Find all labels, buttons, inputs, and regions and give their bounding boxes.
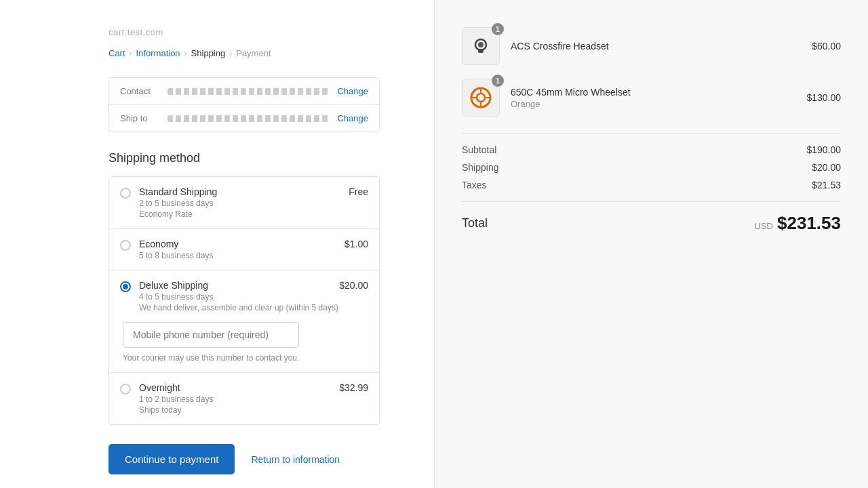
store-name: cart.test.com <box>108 27 380 37</box>
radio-overnight <box>120 384 131 394</box>
ship-to-value <box>167 115 329 122</box>
shipping-option-overnight[interactable]: Overnight1 to 2 business daysShips today… <box>109 373 379 424</box>
radio-standard <box>120 188 131 199</box>
item-badge-1: 1 <box>492 75 504 87</box>
item-variant-1: Orange <box>511 99 806 109</box>
option-name-deluxe: Deluxe Shipping <box>139 280 339 291</box>
breadcrumb-sep-3: › <box>229 49 232 58</box>
mobile-phone-input[interactable] <box>123 322 299 348</box>
ship-to-label: Ship to <box>120 113 167 123</box>
subtotal-label: Subtotal <box>462 144 496 155</box>
ship-to-row: Ship to Change <box>109 105 379 131</box>
item-price-0: $60.00 <box>812 41 841 52</box>
subtotal-row: Subtotal $190.00 <box>462 144 841 155</box>
breadcrumb-shipping: Shipping <box>191 48 226 58</box>
mobile-input-hint: Your courier may use this number to cont… <box>123 353 299 363</box>
shipping-method-title: Shipping method <box>108 151 380 165</box>
radio-circle-standard <box>120 188 131 199</box>
item-name-0: ACS Crossfire Headset <box>511 41 812 52</box>
option-top-row-standard: Standard Shipping2 to 5 business daysEco… <box>120 186 368 219</box>
option-sub2-standard: Economy Rate <box>139 209 349 219</box>
option-details-deluxe: Deluxe Shipping4 to 5 business daysWe ha… <box>139 280 339 312</box>
option-name-economy: Economy <box>139 239 344 249</box>
mobile-input-block: Your courier may use this number to cont… <box>120 322 302 363</box>
option-sub2-deluxe: We hand deliver, assemble and clear up (… <box>139 303 339 312</box>
option-details-economy: Economy5 to 8 business days <box>139 239 344 260</box>
shipping-row: Shipping $20.00 <box>462 162 841 173</box>
subtotal-value: $190.00 <box>806 144 841 155</box>
shipping-value: $20.00 <box>812 162 841 173</box>
option-price-standard: Free <box>349 186 368 197</box>
contact-info-box: Contact Change Ship to Change <box>108 77 380 132</box>
shipping-options: Standard Shipping2 to 5 business daysEco… <box>108 176 380 425</box>
option-top-row-deluxe: Deluxe Shipping4 to 5 business daysWe ha… <box>120 280 368 312</box>
total-value-wrap: USD $231.53 <box>755 213 841 234</box>
option-price-deluxe: $20.00 <box>339 280 368 291</box>
item-info-0: ACS Crossfire Headset <box>511 41 812 52</box>
cart-item-0: 1ACS Crossfire Headset$60.00 <box>462 27 841 65</box>
radio-deluxe <box>120 281 131 292</box>
breadcrumb-payment: Payment <box>236 48 271 58</box>
cart-divider-1 <box>462 133 841 134</box>
breadcrumb-information[interactable]: Information <box>136 48 180 58</box>
left-panel: cart.test.com Cart › Information › Shipp… <box>0 0 434 488</box>
radio-circle-deluxe <box>120 281 131 292</box>
option-top-row-economy: Economy5 to 8 business days$1.00 <box>120 239 368 260</box>
svg-point-4 <box>477 94 485 102</box>
total-amount: $231.53 <box>777 213 841 234</box>
item-info-1: 650C 45mm Micro WheelsetOrange <box>511 87 806 109</box>
ship-to-change[interactable]: Change <box>337 113 368 123</box>
option-sub1-economy: 5 to 8 business days <box>139 251 344 260</box>
cart-item-1: 1650C 45mm Micro WheelsetOrange$130.00 <box>462 79 841 117</box>
option-top-row-overnight: Overnight1 to 2 business daysShips today… <box>120 382 368 415</box>
shipping-option-economy[interactable]: Economy5 to 8 business days$1.00 <box>109 229 379 270</box>
option-name-overnight: Overnight <box>139 382 339 393</box>
taxes-value: $21.53 <box>812 180 841 190</box>
cart-items: 1ACS Crossfire Headset$60.00 1650C 45mm … <box>462 27 841 117</box>
radio-circle-overnight <box>120 384 131 394</box>
option-details-standard: Standard Shipping2 to 5 business daysEco… <box>139 186 349 219</box>
contact-label: Contact <box>120 86 167 96</box>
action-row: Continue to payment Return to informatio… <box>108 444 380 474</box>
total-label: Total <box>462 216 488 230</box>
option-name-standard: Standard Shipping <box>139 186 349 197</box>
breadcrumb-sep-1: › <box>130 49 132 58</box>
breadcrumb: Cart › Information › Shipping › Payment <box>108 48 380 58</box>
taxes-label: Taxes <box>462 180 487 190</box>
contact-row: Contact Change <box>109 78 379 105</box>
option-sub2-overnight: Ships today <box>139 405 339 415</box>
item-img-wrap-0: 1 <box>462 27 500 65</box>
option-sub1-overnight: 1 to 2 business days <box>139 394 339 404</box>
breadcrumb-cart[interactable]: Cart <box>108 48 125 58</box>
taxes-row: Taxes $21.53 <box>462 180 841 190</box>
shipping-option-deluxe[interactable]: Deluxe Shipping4 to 5 business daysWe ha… <box>109 270 379 373</box>
breadcrumb-sep-2: › <box>184 49 187 58</box>
item-price-1: $130.00 <box>806 92 841 103</box>
item-name-1: 650C 45mm Micro Wheelset <box>511 87 806 98</box>
radio-circle-economy <box>120 240 131 251</box>
shipping-option-standard[interactable]: Standard Shipping2 to 5 business daysEco… <box>109 177 379 229</box>
option-sub1-standard: 2 to 5 business days <box>139 199 349 208</box>
cart-divider-2 <box>462 201 841 202</box>
item-badge-0: 1 <box>492 23 504 35</box>
contact-value <box>167 88 329 95</box>
return-to-information-link[interactable]: Return to information <box>251 454 340 465</box>
option-price-overnight: $32.99 <box>339 382 368 393</box>
radio-economy <box>120 240 131 251</box>
continue-payment-button[interactable]: Continue to payment <box>108 444 235 474</box>
option-price-economy: $1.00 <box>344 239 368 249</box>
total-currency: USD <box>755 221 773 231</box>
svg-point-2 <box>478 42 484 47</box>
option-sub1-deluxe: 4 to 5 business days <box>139 292 339 302</box>
svg-rect-1 <box>478 49 484 53</box>
contact-change[interactable]: Change <box>337 86 368 96</box>
total-row: Total USD $231.53 <box>462 213 841 234</box>
item-img-wrap-1: 1 <box>462 79 500 117</box>
option-details-overnight: Overnight1 to 2 business daysShips today <box>139 382 339 415</box>
right-panel: 1ACS Crossfire Headset$60.00 1650C 45mm … <box>434 0 868 488</box>
shipping-label: Shipping <box>462 162 499 173</box>
